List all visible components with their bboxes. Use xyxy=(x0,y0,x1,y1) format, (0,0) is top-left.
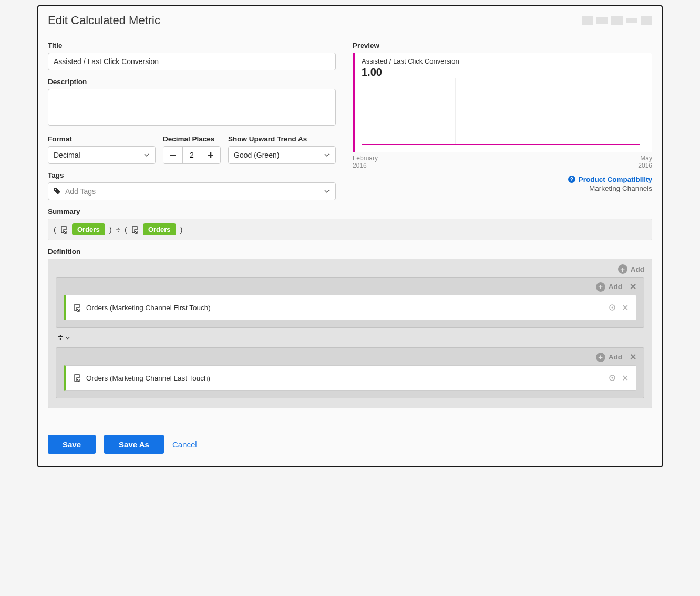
compatibility-sub: Marketing Channels xyxy=(353,184,652,192)
plus-circle-icon: + xyxy=(596,353,605,362)
header-icon xyxy=(626,18,637,23)
definition-label: Definition xyxy=(48,248,652,255)
header-toolbar xyxy=(582,16,652,25)
chevron-down-icon xyxy=(324,188,330,194)
preview-value: 1.00 xyxy=(362,66,645,78)
tag-icon xyxy=(54,188,61,195)
close-icon[interactable]: ✕ xyxy=(630,352,636,362)
tags-input[interactable]: Add Tags xyxy=(48,182,336,200)
compatibility-block: ? Product Compatibility Marketing Channe… xyxy=(353,175,652,192)
title-input[interactable] xyxy=(48,53,336,70)
preview-panel: Assisted / Last Click Conversion 1.00 xyxy=(353,53,652,152)
format-label: Format xyxy=(48,135,156,143)
decimal-label: Decimal Places xyxy=(163,135,221,143)
add-button[interactable]: Add xyxy=(631,265,644,273)
decrement-button[interactable] xyxy=(163,147,182,163)
close-icon[interactable]: ✕ xyxy=(630,282,636,292)
definition-panel: + Add + Add ✕ Orders (Marketing Channel … xyxy=(48,259,652,408)
tags-placeholder: Add Tags xyxy=(65,187,320,196)
add-button[interactable]: Add xyxy=(609,283,622,291)
divide-symbol: ÷ xyxy=(116,225,120,234)
summary-bar: ( Orders ) ÷ ( Orders ) xyxy=(48,219,652,240)
preview-label: Preview xyxy=(353,42,652,49)
svg-point-7 xyxy=(612,377,613,379)
trend-value: Good (Green) xyxy=(234,151,279,159)
chevron-down-icon xyxy=(324,152,330,158)
svg-rect-2 xyxy=(210,152,212,158)
paren-close: ) xyxy=(109,225,112,234)
header-icon xyxy=(611,16,623,25)
cancel-button[interactable]: Cancel xyxy=(172,440,197,449)
gear-icon[interactable] xyxy=(608,303,616,312)
header-icon xyxy=(582,16,593,25)
preview-end-month: May xyxy=(640,155,652,162)
chevron-down-icon xyxy=(65,335,70,341)
increment-button[interactable] xyxy=(201,147,220,163)
svg-rect-0 xyxy=(170,155,176,156)
format-value: Decimal xyxy=(54,151,80,159)
svg-point-5 xyxy=(612,307,613,309)
preview-start-year: 2016 xyxy=(353,162,367,169)
tags-label: Tags xyxy=(48,171,336,179)
decimal-input[interactable] xyxy=(182,147,201,163)
header-icon xyxy=(596,17,608,24)
cursor-icon xyxy=(131,225,139,234)
cursor-icon xyxy=(74,303,81,312)
cursor-icon xyxy=(74,374,81,382)
dialog: Edit Calculated Metric Title Description xyxy=(37,5,663,467)
format-select[interactable]: Decimal xyxy=(48,146,156,164)
dialog-footer: Save Save As Cancel xyxy=(48,435,652,454)
header-icon xyxy=(641,16,652,25)
preview-end-year: 2016 xyxy=(638,162,652,169)
cursor-icon xyxy=(60,225,68,234)
definition-group: + Add ✕ Orders (Marketing Channel First … xyxy=(56,277,644,328)
metric-row[interactable]: Orders (Marketing Channel First Touch) ✕ xyxy=(64,295,636,320)
gear-icon[interactable] xyxy=(608,374,616,382)
preview-start-month: February xyxy=(353,155,378,162)
metric-name: Orders (Marketing Channel First Touch) xyxy=(86,304,603,312)
svg-point-3 xyxy=(55,189,56,190)
metric-row[interactable]: Orders (Marketing Channel Last Touch) ✕ xyxy=(64,365,636,391)
dialog-header: Edit Calculated Metric xyxy=(38,6,662,34)
preview-chart xyxy=(362,78,645,145)
description-label: Description xyxy=(48,78,336,86)
plus-circle-icon: + xyxy=(596,282,605,292)
dialog-title: Edit Calculated Metric xyxy=(48,14,160,27)
title-label: Title xyxy=(48,42,336,49)
plus-circle-icon: + xyxy=(618,264,627,274)
compatibility-title: Product Compatibility xyxy=(579,176,652,183)
trend-label: Show Upward Trend As xyxy=(228,135,336,143)
compatibility-link[interactable]: ? Product Compatibility xyxy=(568,176,652,183)
paren-close: ) xyxy=(180,225,183,234)
close-icon[interactable]: ✕ xyxy=(622,303,629,313)
decimal-stepper xyxy=(163,146,221,164)
save-button[interactable]: Save xyxy=(48,435,96,454)
trend-select[interactable]: Good (Green) xyxy=(228,146,336,164)
info-icon: ? xyxy=(568,176,575,183)
description-input[interactable] xyxy=(48,89,336,126)
summary-label: Summary xyxy=(48,208,652,215)
save-as-button[interactable]: Save As xyxy=(104,435,164,454)
chevron-down-icon xyxy=(143,152,150,158)
paren-open: ( xyxy=(54,225,56,234)
close-icon[interactable]: ✕ xyxy=(622,373,629,383)
operator-symbol: ÷ xyxy=(58,332,63,343)
operator-select[interactable]: ÷ xyxy=(56,328,644,347)
summary-token: Orders xyxy=(72,223,105,235)
add-button[interactable]: Add xyxy=(609,353,622,361)
preview-dates: February2016 May2016 xyxy=(353,155,652,170)
summary-token: Orders xyxy=(143,223,176,235)
definition-group: + Add ✕ Orders (Marketing Channel Last T… xyxy=(56,347,644,398)
paren-open: ( xyxy=(125,225,127,234)
preview-title: Assisted / Last Click Conversion xyxy=(362,57,645,65)
metric-name: Orders (Marketing Channel Last Touch) xyxy=(86,374,603,382)
